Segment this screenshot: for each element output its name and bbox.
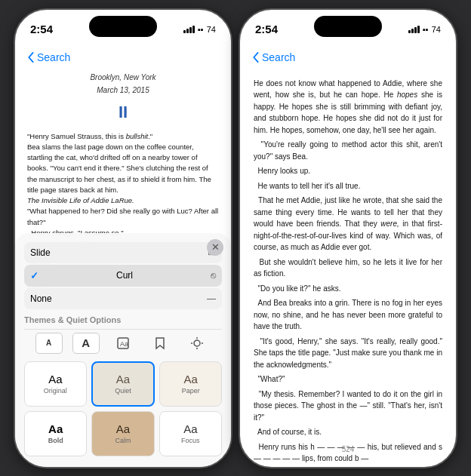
right-para-1: He does not know what happened to Addie,… <box>254 78 442 137</box>
font-size-increase-button[interactable]: A <box>72 333 100 354</box>
theme-card-original[interactable]: Aa Original <box>24 361 87 407</box>
left-time: 2:54 <box>30 23 53 35</box>
right-back-button[interactable]: Search <box>252 51 295 63</box>
theme-card-bold[interactable]: Aa Bold <box>24 411 87 456</box>
bold-text: Aa <box>48 422 63 435</box>
theme-card-calm[interactable]: Aa Calm <box>91 411 154 456</box>
right-para-5: That he met Addie, just like he wrote, t… <box>254 195 442 253</box>
right-phone: 2:54 ▪▪ 74 Search He does not know what <box>239 8 457 468</box>
themes-section: Themes & Quiet Options <box>24 315 222 324</box>
book-location: Brooklyn, New York <box>27 72 219 84</box>
right-status-icons: ▪▪ 74 <box>408 25 441 34</box>
chapter-number: II <box>27 100 219 125</box>
close-button[interactable]: ✕ <box>207 239 223 256</box>
right-signal-icon <box>408 26 420 33</box>
right-book-content: He does not know what happened to Addie,… <box>240 72 456 468</box>
brightness-button[interactable] <box>183 333 211 354</box>
quiet-option-label: Quiet Options <box>66 315 122 324</box>
left-phone: 2:54 ▪▪ 74 Search Brooklyn, Ne <box>14 8 232 468</box>
theme-cards-row-1: Aa Original Aa Quiet Aa Paper <box>24 361 222 407</box>
paper-text: Aa <box>184 373 198 385</box>
curl-check: ✓ <box>30 270 38 281</box>
toolbar: A A Aa <box>24 329 222 357</box>
original-text: Aa <box>48 373 62 385</box>
phones-container: 2:54 ▪▪ 74 Search Brooklyn, Ne <box>0 0 471 476</box>
slide-option-none[interactable]: None — <box>24 288 222 309</box>
none-icon: — <box>207 293 216 304</box>
wifi-icon: ▪▪ <box>198 25 204 34</box>
curl-icon: ⎋ <box>211 270 216 281</box>
right-para-11: "My thesis. Remember? I wanted to do it … <box>254 388 442 424</box>
quiet-text: Aa <box>116 373 130 385</box>
left-back-button[interactable]: Search <box>27 51 70 63</box>
bold-label: Bold <box>48 437 63 444</box>
page-number: 524 <box>240 445 456 453</box>
right-para-9: "It's good, Henry," she says. "It's real… <box>254 336 442 371</box>
signal-icon <box>183 26 195 33</box>
theme-card-quiet[interactable]: Aa Quiet <box>91 361 155 407</box>
theme-cards-row-2: Aa Bold Aa Calm Aa Focus <box>24 411 222 456</box>
calm-label: Calm <box>115 437 131 444</box>
paper-label: Paper <box>182 387 200 395</box>
bookmark-button[interactable] <box>146 333 174 354</box>
right-nav-bar: Search <box>240 43 456 72</box>
right-time: 2:54 <box>255 23 278 35</box>
right-para-8: And Bea breaks into a grin. There is no … <box>254 297 442 333</box>
slide-options: Slide ▭ ✓ Curl ⎋ None — <box>24 242 222 309</box>
right-para-12: And of course, it is. <box>254 426 442 438</box>
left-status-icons: ▪▪ 74 <box>183 25 216 34</box>
right-wifi-icon: ▪▪ <box>423 25 429 34</box>
right-battery-label: 74 <box>432 25 441 34</box>
original-label: Original <box>44 387 67 395</box>
right-para-3: Henry looks up. <box>254 165 442 177</box>
right-status-bar: 2:54 ▪▪ 74 <box>240 10 456 43</box>
right-para-6: But she wouldn't believe him, so he lets… <box>254 256 442 280</box>
left-nav-bar: Search <box>15 43 231 72</box>
none-label: None <box>30 293 52 304</box>
book-header: Brooklyn, New York March 13, 2015 II <box>27 72 219 125</box>
curl-label: Curl <box>116 270 133 281</box>
font-size-decrease-button[interactable]: A <box>35 333 63 354</box>
right-para-4: He wants to tell her it's all true. <box>254 180 442 192</box>
slide-label: Slide <box>30 247 51 258</box>
quiet-label: Quiet <box>115 387 131 395</box>
bottom-panel: ✕ Slide ▭ ✓ Curl ⎋ None — <box>15 233 231 467</box>
svg-text:Aa: Aa <box>120 340 128 348</box>
calm-text: Aa <box>116 422 130 435</box>
left-status-bar: 2:54 ▪▪ 74 <box>15 10 231 43</box>
theme-card-focus[interactable]: Aa Focus <box>159 411 222 456</box>
right-para-7: "Do you like it?" he asks. <box>254 283 442 295</box>
book-date: March 13, 2015 <box>27 84 219 97</box>
right-para-10: "What?" <box>254 373 442 385</box>
right-para-14: — to pay off his stu — — — — treats hims… <box>254 468 442 468</box>
right-para-2: "You're really going to method actor thi… <box>254 139 442 162</box>
slide-option-curl[interactable]: ✓ Curl ⎋ <box>24 265 222 287</box>
theme-card-paper[interactable]: Aa Paper <box>159 361 222 407</box>
battery-label: 74 <box>207 25 216 34</box>
svg-point-2 <box>194 340 200 346</box>
themes-label: Themes & Quiet Options <box>24 315 222 324</box>
slide-option-slide[interactable]: Slide ▭ <box>24 242 222 263</box>
font-style-button[interactable]: Aa <box>109 333 137 354</box>
focus-text: Aa <box>183 422 197 435</box>
focus-label: Focus <box>181 437 200 444</box>
